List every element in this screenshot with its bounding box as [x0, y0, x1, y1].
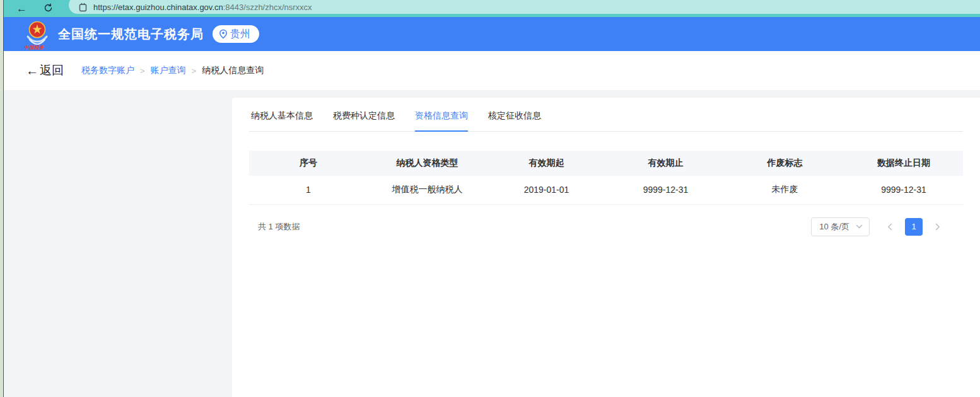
next-page-icon[interactable]: [930, 218, 945, 236]
location-pin-icon: [219, 29, 228, 39]
chevron-down-icon: [856, 224, 863, 229]
cell-data-end-date: 9999-12-31: [844, 176, 963, 204]
tab-assessed-collection[interactable]: 核定征收信息: [488, 110, 541, 132]
window-edge-strip: [0, 0, 4, 397]
page-number-button[interactable]: 1: [905, 218, 923, 236]
breadcrumb-item-account-query[interactable]: 账户查询: [151, 65, 186, 76]
column-header-qualification-type: 纳税人资格类型: [368, 151, 487, 176]
logo-text: 中国税务: [24, 45, 45, 50]
cell-valid-from: 2019-01-01: [487, 176, 606, 204]
cell-qualification-type: 增值税一般纳税人: [368, 176, 487, 204]
total-count-label: 共 1 项数据: [249, 221, 300, 233]
browser-window: ← https://etax.guizhou.chinatax.gov.cn:8…: [4, 0, 980, 397]
tab-bar: 纳税人基本信息 税费种认定信息 资格信息查询 核定征收信息: [249, 98, 963, 132]
browser-back-icon[interactable]: ←: [16, 3, 27, 14]
url-host: https://etax.guizhou.chinatax.gov.cn: [93, 3, 223, 12]
breadcrumb-bar: ← 返回 税务数字账户 > 账户查询 > 纳税人信息查询: [4, 51, 980, 90]
browser-toolbar: ← https://etax.guizhou.chinatax.gov.cn:8…: [4, 0, 980, 17]
tab-taxpayer-basic-info[interactable]: 纳税人基本信息: [251, 110, 313, 132]
page-size-value: 10 条/页: [819, 221, 849, 233]
breadcrumb-item-current: 纳税人信息查询: [202, 65, 264, 76]
url-text: https://etax.guizhou.chinatax.gov.cn:844…: [93, 3, 312, 12]
main-area: 纳税人基本信息 税费种认定信息 资格信息查询 核定征收信息 序号 纳税人资格类型…: [4, 90, 980, 397]
qualification-table: 序号 纳税人资格类型 有效期起 有效期止 作废标志 数据终止日期 1 增值税一般…: [249, 151, 963, 205]
table-header-row: 序号 纳税人资格类型 有效期起 有效期止 作废标志 数据终止日期: [249, 151, 963, 176]
cell-void-flag: 未作废: [725, 176, 844, 204]
region-badge[interactable]: 贵州: [213, 25, 259, 43]
breadcrumb-item-digital-account[interactable]: 税务数字账户: [81, 65, 134, 76]
back-button[interactable]: ← 返回: [26, 62, 64, 79]
cell-index: 1: [249, 176, 368, 204]
cell-valid-to: 9999-12-31: [606, 176, 725, 204]
column-header-data-end-date: 数据终止日期: [844, 151, 963, 176]
back-arrow-icon: ←: [26, 64, 38, 78]
address-bar[interactable]: https://etax.guizhou.chinatax.gov.cn:844…: [69, 0, 980, 14]
tab-qualification-info[interactable]: 资格信息查询: [415, 110, 468, 132]
tax-bureau-logo[interactable]: 中国税务: [23, 20, 52, 50]
back-label: 返回: [40, 62, 64, 79]
app-title: 全国统一规范电子税务局: [58, 26, 204, 43]
column-header-index: 序号: [249, 151, 368, 176]
prev-page-icon[interactable]: [882, 218, 897, 236]
table-footer: 共 1 项数据 10 条/页: [249, 217, 963, 236]
column-header-void-flag: 作废标志: [725, 151, 844, 176]
chevron-right-icon: >: [140, 66, 145, 76]
page-info-icon[interactable]: [79, 3, 87, 12]
screen: ← https://etax.guizhou.chinatax.gov.cn:8…: [0, 0, 980, 397]
table-row: 1 增值税一般纳税人 2019-01-01 9999-12-31 未作废 999…: [249, 176, 963, 204]
chevron-right-icon: >: [192, 66, 197, 76]
column-header-valid-to: 有效期止: [606, 151, 725, 176]
content-card: 纳税人基本信息 税费种认定信息 资格信息查询 核定征收信息 序号 纳税人资格类型…: [232, 98, 980, 397]
breadcrumb: 税务数字账户 > 账户查询 > 纳税人信息查询: [81, 65, 264, 76]
column-header-valid-from: 有效期起: [487, 151, 606, 176]
app-header: 中国税务 全国统一规范电子税务局 贵州: [4, 17, 980, 51]
region-label: 贵州: [230, 28, 250, 41]
refresh-icon: [44, 3, 53, 13]
page-size-select[interactable]: 10 条/页: [811, 217, 870, 236]
tab-tax-type-confirmation[interactable]: 税费种认定信息: [333, 110, 395, 132]
browser-refresh-icon[interactable]: [44, 3, 53, 14]
pagination: 10 条/页 1: [811, 217, 963, 236]
url-path: :8443/szzh/zhcx/nsrxxcx: [223, 3, 312, 12]
browser-nav-icons: ←: [16, 0, 53, 17]
